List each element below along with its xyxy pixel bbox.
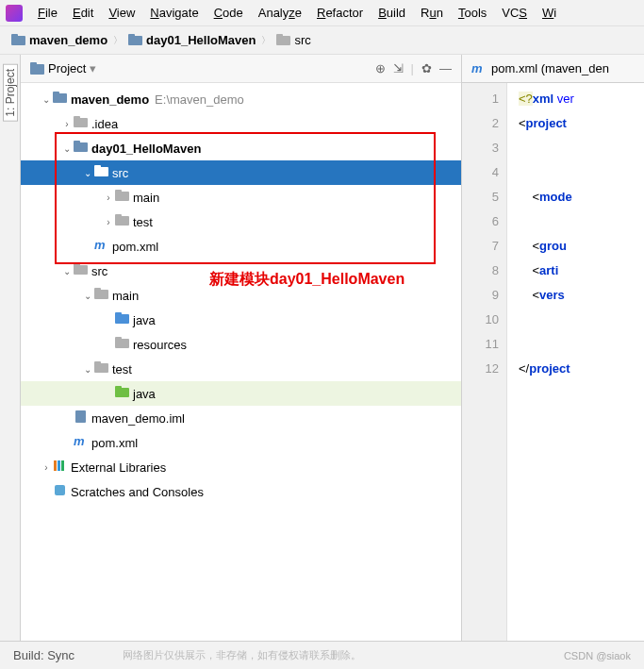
breadcrumb-item[interactable]: day01_HelloMaven [128,33,256,47]
menu-analyze[interactable]: Analyze [253,4,307,22]
tree-node[interactable]: mpom.xml [21,234,461,259]
svg-rect-36 [58,460,60,471]
tree-node[interactable]: mpom.xml [21,430,461,455]
tree-icon [115,190,129,205]
tree-icon [94,288,108,303]
menu-code[interactable]: Code [208,4,249,22]
project-tree[interactable]: 新建模块day01_HelloMaven ⌄maven_demoE:\maven… [21,83,461,641]
tree-icon: m [74,434,88,451]
main-menubar: File Edit View Navigate Code Analyze Ref… [0,0,644,26]
line-number: 9 [462,283,499,308]
tree-arrow-icon[interactable]: ⌄ [60,143,74,154]
tree-icon: m [94,238,108,255]
tree-node[interactable]: ⌄maven_demoE:\maven_demo [21,87,461,111]
line-number: 2 [462,111,499,136]
code-line[interactable]: <?xml ver [519,87,644,111]
tree-arrow-icon[interactable]: › [102,217,115,227]
breadcrumb-item[interactable]: src [276,33,310,47]
collapse-icon[interactable]: — [439,61,452,75]
tree-icon [74,263,88,278]
breadcrumb-item[interactable]: maven_demo [11,33,107,47]
code-line[interactable]: <project [519,111,644,136]
code-line[interactable] [519,332,644,357]
tree-arrow-icon[interactable]: ⌄ [81,291,94,301]
tree-arrow-icon[interactable]: › [102,192,115,203]
build-status[interactable]: Build: Sync [13,648,74,662]
menu-edit[interactable]: Edit [67,4,99,22]
tree-label: maven_demo [71,92,149,107]
code-line[interactable]: </project [519,357,644,381]
tree-label: External Libraries [71,460,166,475]
tree-node[interactable]: ⌄src [21,160,461,185]
tree-label: src [91,264,107,278]
tree-node[interactable]: ›main [21,185,461,209]
menu-refactor[interactable]: Refactor [311,4,369,22]
chevron-right-icon: 〉 [113,34,123,47]
tree-icon [94,165,108,180]
line-number: 6 [462,209,499,234]
tree-arrow-icon[interactable]: ⌄ [81,364,94,375]
line-number: 12 [462,357,499,381]
svg-rect-37 [61,460,64,471]
menu-build[interactable]: Build [372,4,411,22]
line-number: 1 [462,87,499,111]
menu-file[interactable]: File [32,4,63,22]
code-line[interactable] [519,209,644,234]
panel-title-text: Project [48,61,86,75]
tree-node[interactable]: ›.idea [21,111,461,136]
tree-icon [115,214,129,229]
editor-tab-label: pom.xml (maven_den [491,61,609,75]
code-line[interactable]: <grou [519,234,644,259]
menu-window[interactable]: Wi [537,4,562,22]
svg-text:m: m [471,61,483,75]
code-line[interactable]: <arti [519,259,644,283]
menu-view[interactable]: View [103,4,140,22]
tree-arrow-icon[interactable]: ⌄ [40,94,53,105]
code-line[interactable] [519,160,644,185]
editor-tab[interactable]: m pom.xml (maven_den [462,55,644,83]
tree-icon [115,337,129,352]
menu-run[interactable]: Run [415,4,449,22]
project-tool-tab[interactable]: 1: Project [3,64,18,122]
tree-arrow-icon[interactable]: ⌄ [60,266,74,276]
tree-node[interactable]: ⌄day01_HelloMaven [21,136,461,160]
tree-node[interactable]: resources [21,332,461,357]
code-line[interactable] [519,308,644,332]
svg-rect-5 [276,34,283,38]
expand-icon[interactable]: ⇲ [393,61,404,75]
project-panel: Project ▾ ⊕ ⇲ | ✿ — 新建模块day01_HelloMaven… [21,55,462,641]
svg-rect-15 [94,165,101,169]
menu-vcs[interactable]: VCS [496,4,533,22]
tree-arrow-icon[interactable]: › [60,119,74,129]
tree-arrow-icon[interactable]: ⌄ [81,168,94,178]
tree-node[interactable]: ›External Libraries [21,455,461,479]
chevron-right-icon: 〉 [261,34,271,47]
gear-icon[interactable]: ✿ [421,61,432,75]
tree-node[interactable]: ⌄test [21,357,461,381]
tree-label: java [133,313,156,327]
code-line[interactable]: <mode [519,185,644,209]
tree-node[interactable]: java [21,381,461,406]
tree-node[interactable]: java [21,308,461,332]
code-content[interactable]: <?xml ver<project <mode <grou <arti <ver… [507,83,644,641]
svg-rect-28 [115,337,122,341]
tree-label: pom.xml [112,240,158,254]
dropdown-icon[interactable]: ▾ [90,61,96,75]
tree-arrow-icon[interactable]: › [40,462,53,473]
code-line[interactable] [519,136,644,160]
tree-path: E:\maven_demo [155,92,244,107]
svg-rect-30 [94,361,101,365]
tree-node[interactable]: maven_demo.iml [21,406,461,430]
tree-label: day01_HelloMaven [91,142,201,156]
tree-node[interactable]: ›test [21,209,461,234]
line-number: 7 [462,234,499,259]
tree-icon [53,92,67,107]
svg-rect-13 [74,141,80,144]
menu-navigate[interactable]: Navigate [144,4,204,22]
menu-tools[interactable]: Tools [453,4,492,22]
locate-icon[interactable]: ⊕ [375,61,386,75]
svg-rect-22 [74,263,80,267]
code-line[interactable]: <vers [519,283,644,308]
tree-node[interactable]: Scratches and Consoles [21,479,461,504]
app-icon [6,5,23,22]
